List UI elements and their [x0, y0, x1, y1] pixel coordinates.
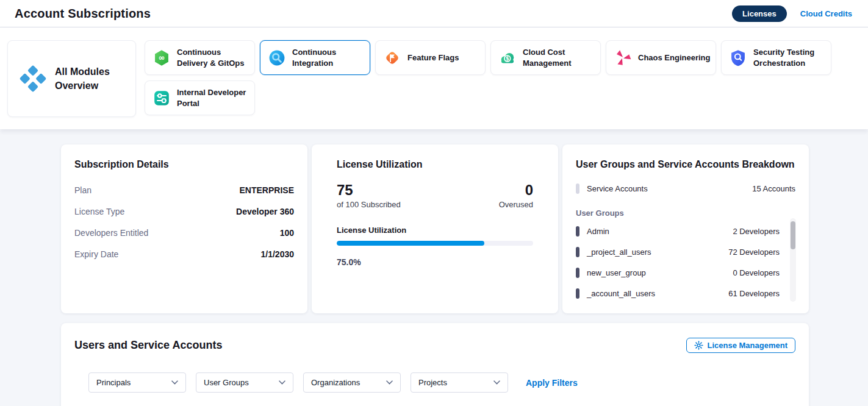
module-label: Continuous Integration	[292, 47, 365, 68]
user-group-value: 2 Developers	[733, 227, 780, 236]
filters-row: Principals User Groups Organizations Pro…	[88, 372, 795, 393]
svg-text:$: $	[506, 55, 509, 62]
chevron-down-icon	[493, 380, 500, 385]
cd-module-icon: ∞	[153, 49, 170, 66]
utilization-percent: 75.0%	[337, 257, 533, 267]
all-modules-overview-card[interactable]: All Modules Overview	[7, 40, 136, 117]
module-selector-band: All Modules Overview ∞ Continuous Delive…	[0, 27, 868, 129]
service-accounts-row: Service Accounts 15 Accounts	[576, 183, 795, 194]
projects-dropdown-label: Projects	[418, 378, 447, 387]
utilization-bar-fill	[337, 241, 484, 246]
licenses-tab[interactable]: Licenses	[732, 5, 787, 22]
chevron-down-icon	[386, 380, 393, 385]
all-modules-icon	[19, 65, 47, 93]
svg-text:∞: ∞	[159, 53, 165, 62]
apply-filters-link[interactable]: Apply Filters	[526, 378, 578, 388]
user-group-value: 72 Developers	[728, 248, 780, 257]
module-label: Chaos Engineering	[638, 52, 710, 63]
utilization-numbers: 75 of 100 Subscribed 0 Overused	[337, 182, 533, 209]
plan-row: Plan ENTERPRISE	[74, 185, 294, 195]
module-label: Security Testing Orchestration	[753, 47, 826, 68]
principals-dropdown-label: Principals	[96, 378, 131, 387]
overused-block: 0 Overused	[499, 182, 533, 209]
projects-dropdown[interactable]: Projects	[411, 372, 508, 393]
user-group-row: _project_all_users 72 Developers	[576, 247, 780, 257]
organizations-dropdown[interactable]: Organizations	[303, 372, 401, 393]
module-card-feature-flags[interactable]: Feature Flags	[375, 40, 486, 75]
overused-count: 0	[499, 182, 533, 198]
organizations-dropdown-label: Organizations	[311, 378, 360, 387]
module-card-internal-developer-portal[interactable]: Internal Developer Portal	[145, 80, 255, 115]
service-accounts-value: 15 Accounts	[752, 184, 795, 193]
user-group-name: Admin	[587, 227, 609, 236]
cloud-credits-tab[interactable]: Cloud Credits	[800, 9, 852, 18]
user-group-value: 0 Developers	[733, 268, 780, 277]
ccm-module-icon: $	[499, 49, 516, 66]
user-groups-dropdown[interactable]: User Groups	[196, 372, 293, 393]
user-group-marker	[576, 268, 579, 278]
module-card-cd-gitops[interactable]: ∞ Continuous Delivery & GitOps	[145, 40, 255, 75]
users-section-title: Users and Service Accounts	[74, 339, 222, 352]
developers-entitled-label: Developers Entitled	[74, 228, 148, 238]
license-utilization-card: License Utilization 75 of 100 Subscribed…	[312, 144, 558, 313]
utilization-bar-label: License Utilization	[337, 226, 533, 235]
user-group-row: Admin 2 Developers	[576, 226, 780, 237]
idp-module-icon	[153, 90, 170, 107]
used-caption: of 100 Subscribed	[337, 200, 401, 209]
used-count: 75	[337, 182, 401, 198]
developers-entitled-value: 100	[280, 228, 294, 238]
user-group-value: 61 Developers	[728, 289, 780, 298]
groups-scrollbar-track[interactable]	[790, 218, 796, 302]
feature-flags-module-icon	[384, 49, 401, 66]
module-label: Internal Developer Portal	[177, 87, 249, 109]
license-management-label: License Management	[708, 341, 788, 350]
license-management-button[interactable]: License Management	[686, 338, 796, 353]
principals-dropdown[interactable]: Principals	[88, 372, 186, 393]
user-group-marker	[576, 288, 579, 299]
license-type-label: License Type	[74, 207, 124, 216]
overused-caption: Overused	[499, 200, 533, 209]
page-title: Account Subscriptions	[15, 7, 151, 21]
user-group-marker	[576, 247, 579, 257]
module-card-chaos-engineering[interactable]: Chaos Engineering	[606, 40, 716, 75]
module-card-cloud-cost-management[interactable]: $ Cloud Cost Management	[490, 40, 601, 75]
page-header: Account Subscriptions Licenses Cloud Cre…	[0, 0, 868, 27]
header-tabs: Licenses Cloud Credits	[732, 5, 852, 22]
subscription-details-title: Subscription Details	[74, 159, 294, 170]
user-group-name: _account_all_users	[587, 289, 655, 298]
subscription-details-card: Subscription Details Plan ENTERPRISE Lic…	[61, 144, 307, 313]
module-grid: ∞ Continuous Delivery & GitOps Continuou…	[145, 40, 843, 117]
license-type-value: Developer 360	[236, 207, 294, 216]
users-section-header: Users and Service Accounts License Manag…	[74, 338, 795, 353]
user-group-name: new_user_group	[587, 268, 646, 277]
gear-icon	[694, 341, 703, 350]
module-label: Continuous Delivery & GitOps	[177, 47, 249, 68]
chevron-down-icon	[171, 380, 178, 385]
users-service-accounts-card: Users and Service Accounts License Manag…	[61, 323, 809, 406]
utilization-bar-track	[337, 241, 533, 246]
user-groups-heading: User Groups	[576, 208, 795, 218]
summary-cards-row: Subscription Details Plan ENTERPRISE Lic…	[61, 144, 868, 313]
expiry-date-value: 1/1/2030	[261, 249, 295, 259]
plan-label: Plan	[74, 185, 91, 195]
sto-module-icon	[730, 49, 747, 66]
chaos-module-icon	[614, 49, 631, 66]
breakdown-title: User Groups and Service Accounts Breakdo…	[576, 159, 795, 170]
content-area: Subscription Details Plan ENTERPRISE Lic…	[0, 129, 868, 406]
groups-scrollbar-thumb[interactable]	[791, 221, 795, 249]
user-group-marker	[576, 226, 579, 237]
chevron-down-icon	[279, 380, 285, 385]
all-modules-overview-label: All Modules Overview	[55, 65, 128, 93]
user-group-name: _project_all_users	[587, 248, 651, 257]
plan-value: ENTERPRISE	[240, 185, 294, 195]
expiry-date-row: Expiry Date 1/1/2030	[74, 249, 294, 259]
service-accounts-label: Service Accounts	[587, 184, 648, 193]
user-groups-list: Admin 2 Developers _project_all_users 72…	[576, 226, 795, 299]
ci-module-icon	[268, 49, 285, 66]
breakdown-card: User Groups and Service Accounts Breakdo…	[562, 144, 809, 313]
module-card-continuous-integration[interactable]: Continuous Integration	[260, 40, 370, 75]
user-group-row: new_user_group 0 Developers	[576, 268, 780, 278]
developers-entitled-row: Developers Entitled 100	[74, 228, 294, 238]
module-card-security-testing-orchestration[interactable]: Security Testing Orchestration	[721, 40, 831, 75]
license-utilization-title: License Utilization	[337, 159, 533, 170]
